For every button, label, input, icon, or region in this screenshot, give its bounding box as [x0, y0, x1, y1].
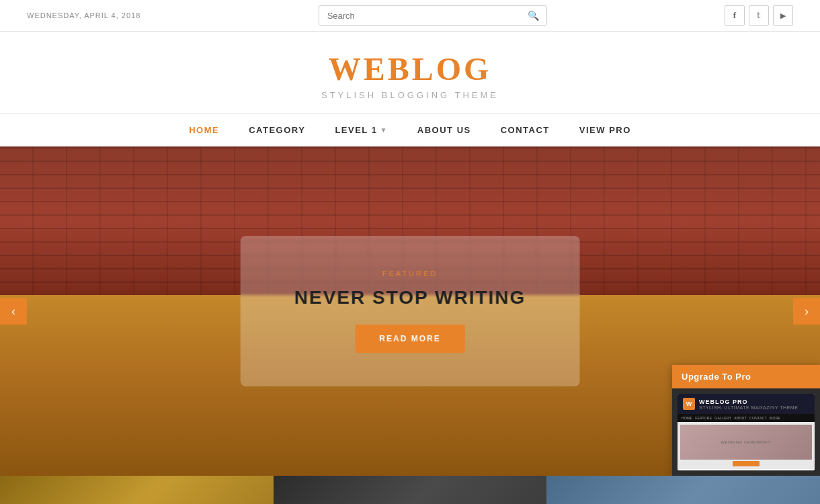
- wedding-label: WEDDING CEREMONY!: [721, 440, 772, 444]
- site-header: WEBLOG STYLISH BLOGGING THEME: [0, 32, 820, 114]
- thumb-bg-3: [546, 476, 820, 504]
- pro-nav-home: HOME: [682, 416, 692, 420]
- pro-nav-about: ABOUT: [734, 416, 747, 420]
- slider-prev-button[interactable]: ‹: [0, 298, 27, 325]
- site-title: WEBLOG: [0, 50, 820, 87]
- upgrade-popup: Upgrade To Pro W WEBLOG PRO STYLISH. ULT…: [672, 365, 820, 476]
- facebook-icon[interactable]: f: [725, 5, 745, 26]
- upgrade-header[interactable]: Upgrade To Pro: [672, 365, 820, 388]
- read-more-button[interactable]: READ MORE: [355, 325, 464, 353]
- main-nav: HOME CATEGORY LEVEL 1 ▼ ABOUT US CONTACT…: [0, 114, 820, 146]
- weblog-pro-title-block: WEBLOG PRO STYLISH. ULTIMATE MAGAZINY TH…: [699, 398, 798, 410]
- thumb-bg-2: [274, 476, 547, 504]
- nav-about[interactable]: ABOUT US: [403, 114, 486, 146]
- nav-home[interactable]: HOME: [174, 114, 234, 146]
- weblog-pro-header: W WEBLOG PRO STYLISH. ULTIMATE MAGAZINY …: [678, 394, 815, 414]
- weblog-pro-body: WEDDING CEREMONY!: [678, 422, 815, 469]
- weblog-pro-logo: W: [683, 398, 695, 410]
- pro-nav-contact: CONTACT: [749, 416, 767, 420]
- hero-slider: ‹ › FEATURED NEVER STOP WRITING READ MOR…: [0, 146, 820, 476]
- featured-card: FEATURED NEVER STOP WRITING READ MORE: [241, 236, 580, 386]
- weblog-pro-orange-btn: [733, 461, 760, 466]
- weblog-pro-title: WEBLOG PRO: [699, 398, 798, 405]
- twitter-icon[interactable]: 𝕥: [749, 5, 769, 26]
- thumb-item-3[interactable]: [546, 476, 820, 504]
- thumb-bg-1: [0, 476, 274, 504]
- thumb-item-2[interactable]: [274, 476, 547, 504]
- weblog-pro-image: WEDDING CEREMONY!: [680, 425, 812, 460]
- youtube-icon[interactable]: ▶: [773, 5, 793, 26]
- nav-level1[interactable]: LEVEL 1 ▼: [320, 114, 402, 146]
- nav-contact[interactable]: CONTACT: [486, 114, 565, 146]
- featured-title: NEVER STOP WRITING: [294, 287, 526, 308]
- nav-category[interactable]: CATEGORY: [234, 114, 320, 146]
- nav-viewpro[interactable]: VIEW PRO: [565, 114, 646, 146]
- top-bar: WEDNESDAY, APRIL 4, 2018 🔍 f 𝕥 ▶: [0, 0, 820, 32]
- featured-label: FEATURED: [294, 269, 526, 278]
- search-input[interactable]: [319, 7, 521, 25]
- bottom-thumbnails: [0, 476, 820, 504]
- pro-nav-gallery: GALLERY: [714, 416, 731, 420]
- weblog-pro-nav: HOME FEATURE GALLERY ABOUT CONTACT MORE: [678, 414, 815, 422]
- pro-nav-more: MORE: [770, 416, 780, 420]
- social-icons: f 𝕥 ▶: [725, 5, 793, 26]
- upgrade-preview: W WEBLOG PRO STYLISH. ULTIMATE MAGAZINY …: [672, 388, 820, 476]
- slider-next-button[interactable]: ›: [793, 298, 820, 325]
- pro-nav-feature: FEATURE: [695, 416, 712, 420]
- site-tagline: STYLISH BLOGGING THEME: [0, 90, 820, 100]
- weblog-pro-preview: W WEBLOG PRO STYLISH. ULTIMATE MAGAZINY …: [678, 394, 815, 470]
- date-display: WEDNESDAY, APRIL 4, 2018: [27, 11, 140, 19]
- dropdown-arrow: ▼: [380, 126, 387, 134]
- thumb-item-1[interactable]: [0, 476, 274, 504]
- search-button[interactable]: 🔍: [521, 6, 546, 25]
- search-form[interactable]: 🔍: [319, 5, 547, 26]
- weblog-pro-sub: STYLISH. ULTIMATE MAGAZINY THEME: [699, 405, 798, 410]
